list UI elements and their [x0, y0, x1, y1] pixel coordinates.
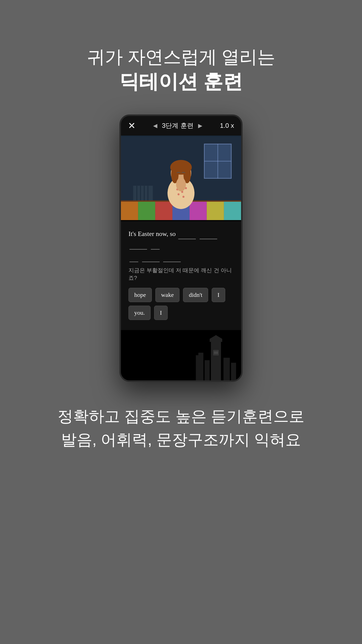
footer-line1: 정확하고 집중도 높은 듣기훈련으로 [58, 405, 304, 428]
content-area: It's Easter now, so 지금은 부활절인데 저 때문에 깨신 건… [121, 221, 241, 330]
sentence-display: It's Easter now, so [128, 229, 234, 250]
svg-rect-35 [196, 355, 203, 380]
footer-line2: 발음, 어휘력, 문장구조까지 익혀요 [58, 428, 304, 451]
word-chip-wake[interactable]: wake [155, 288, 180, 302]
svg-rect-39 [231, 363, 236, 380]
svg-rect-17 [224, 202, 241, 220]
blank-3 [129, 249, 147, 250]
word-chip-i2[interactable]: I [154, 306, 168, 320]
topbar-navigation: ◀ 3단계 훈련 ▶ [153, 121, 202, 130]
headline-top: 귀가 자연스럽게 열리는 [87, 45, 275, 69]
word-chip-didnt[interactable]: didn't [183, 288, 208, 302]
sentence-line2 [128, 252, 234, 262]
blank-7 [163, 262, 181, 262]
headline-section: 귀가 자연스럽게 열리는 딕테이션 훈련 [87, 45, 275, 94]
svg-rect-15 [190, 202, 207, 220]
blank-6 [142, 262, 160, 262]
next-arrow-icon[interactable]: ▶ [198, 123, 202, 129]
playback-speed[interactable]: 1.0 x [220, 122, 234, 130]
svg-rect-38 [223, 358, 230, 380]
svg-rect-30 [211, 340, 221, 380]
svg-point-23 [183, 196, 185, 198]
prev-arrow-icon[interactable]: ◀ [153, 123, 157, 129]
blank-1 [178, 239, 196, 239]
word-chip-i1[interactable]: I [212, 288, 225, 302]
footer-section: 정확하고 집중도 높은 듣기훈련으로 발음, 어휘력, 문장구조까지 익혀요 [58, 405, 304, 451]
svg-rect-12 [138, 202, 155, 220]
word-chips-container: hope wake didn't I you. I [128, 288, 234, 320]
blank-4 [151, 249, 160, 250]
svg-rect-13 [155, 202, 172, 220]
svg-point-29 [176, 178, 186, 191]
word-chip-hope[interactable]: hope [128, 288, 152, 302]
phone-bottom-area [121, 330, 241, 380]
svg-rect-16 [207, 202, 224, 220]
phone-topbar: ✕ ◀ 3단계 훈련 ▶ 1.0 x [121, 116, 241, 136]
svg-marker-32 [210, 335, 222, 339]
video-area[interactable] [121, 136, 241, 221]
phone-mockup: ✕ ◀ 3단계 훈련 ▶ 1.0 x [119, 114, 243, 382]
translation-text: 지금은 부활절인데 저 때문에 깨신 건 아니죠? [128, 267, 234, 282]
city-silhouette-icon [196, 335, 236, 380]
svg-rect-11 [121, 202, 138, 220]
lesson-title: 3단계 훈련 [162, 121, 194, 130]
headline-bold: 딕테이션 훈련 [87, 69, 275, 94]
close-button[interactable]: ✕ [128, 120, 135, 131]
svg-point-22 [177, 193, 179, 195]
svg-rect-36 [198, 353, 203, 356]
svg-rect-31 [210, 339, 222, 342]
svg-rect-34 [214, 351, 218, 354]
sentence-prefix: It's Easter now, so [128, 230, 177, 237]
blank-5 [129, 262, 138, 262]
word-chip-you[interactable]: you. [128, 306, 151, 320]
svg-rect-37 [205, 360, 210, 380]
blank-2 [200, 239, 217, 239]
